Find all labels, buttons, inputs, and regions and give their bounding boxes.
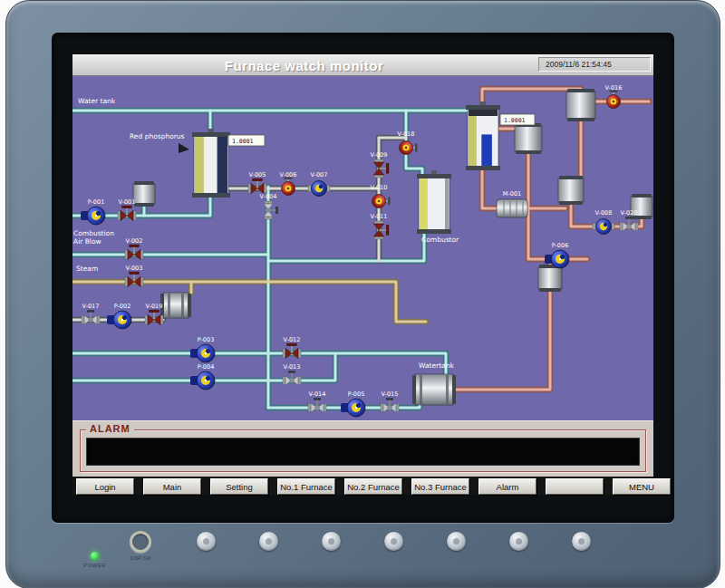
- equipment-label: V-020: [621, 209, 638, 217]
- equipment-label: P-002: [114, 303, 131, 310]
- power-led: [91, 552, 99, 560]
- pipe-salmon: [456, 259, 550, 390]
- equipment-label: V-006: [280, 171, 297, 178]
- pipe-salmon: [482, 89, 581, 107]
- equipment-label: V-013: [284, 363, 301, 371]
- area-label: Water tank: [78, 97, 116, 105]
- pipe-teal: [72, 353, 446, 375]
- equipment-label: V-018: [398, 130, 415, 138]
- vessel-separator-1: [515, 123, 542, 154]
- power-led-label: POWER: [74, 563, 115, 568]
- valve-v-008[interactable]: [593, 219, 614, 235]
- equipment-label: V-002: [126, 237, 143, 245]
- equipment-label: P-001: [88, 198, 105, 206]
- pump-p-003[interactable]: [190, 344, 215, 362]
- process-diagram: M-001P-001P-002P-003P-004P-005P-006V-001…: [72, 76, 653, 420]
- pump-p-002[interactable]: [107, 311, 131, 329]
- area-label: Steam: [76, 265, 98, 273]
- instrument-readout: 1.0001: [500, 114, 535, 125]
- area-label: Red phosphorus: [130, 132, 185, 140]
- vessel-water-tank: [412, 374, 456, 405]
- equipment-label: V-001: [119, 198, 136, 206]
- bezel-button-6[interactable]: [509, 532, 528, 551]
- area-label: Combustor: [421, 236, 459, 244]
- vessel-separator-3: [538, 265, 562, 292]
- equipment-label: V-010: [371, 184, 388, 191]
- area-label: Watertank: [419, 361, 454, 370]
- equipment-label: V-003: [126, 265, 143, 272]
- pipe-teal: [268, 230, 424, 261]
- nav-button-setting[interactable]: Setting: [210, 478, 268, 495]
- equipment-label: V-016: [605, 84, 623, 92]
- equipment-label: V-005: [249, 171, 266, 178]
- nav-button-menu[interactable]: MENU: [613, 478, 671, 495]
- vessel-blower: M-001: [497, 190, 527, 217]
- equipment-label: V-015: [382, 390, 399, 398]
- valve-v-016[interactable]: [607, 91, 621, 109]
- pipe-salmon: [482, 169, 497, 208]
- pump-p-005[interactable]: [341, 399, 365, 417]
- equipment-label: V-011: [371, 213, 388, 220]
- equipment-label: P-006: [552, 242, 569, 249]
- equipment-label: P-005: [348, 390, 365, 398]
- equipment-label: V-008: [595, 209, 613, 217]
- equipment-label: P-004: [198, 363, 215, 371]
- vessel-column-b: [466, 101, 500, 170]
- alarm-message-display: [86, 438, 640, 466]
- bezel-button-2[interactable]: [259, 532, 278, 551]
- bezel-button-7[interactable]: [572, 532, 591, 551]
- equipment-label: V-019: [146, 303, 163, 310]
- equipment-label: V-009: [371, 151, 388, 159]
- vessel-tank-left: [133, 181, 155, 207]
- title-bar: Furnace watch monitor 2009/11/6 21:54:45: [72, 54, 653, 76]
- vessel-vessel-topright: [566, 89, 595, 121]
- svg-text:1.0001: 1.0001: [232, 138, 254, 145]
- valve-v-010[interactable]: [372, 195, 391, 208]
- bezel-button-5[interactable]: [447, 532, 466, 551]
- display-select-label: DISP SW: [120, 555, 161, 561]
- instrument-readout: 1.0001: [228, 135, 265, 146]
- nav-button-main[interactable]: Main: [143, 478, 201, 495]
- area-label: Air Blow: [73, 237, 102, 246]
- display-select-button[interactable]: [130, 531, 151, 553]
- pipe-teal: [268, 230, 424, 261]
- valve-v-007[interactable]: [308, 181, 330, 197]
- equipment-label: M-001: [503, 190, 521, 198]
- vessel-separator-2: [558, 176, 584, 205]
- nav-button-no-3-furnace[interactable]: No.3 Furnace: [411, 478, 469, 495]
- equipment-label: V-017: [82, 303, 100, 310]
- equipment-label: V-012: [284, 336, 301, 343]
- nav-button-no-2-furnace[interactable]: No.2 Furnace: [344, 478, 402, 495]
- red-phosphorus-pointer: [179, 143, 189, 153]
- valve-v-018[interactable]: [400, 141, 418, 155]
- page-title: Furnace watch monitor: [72, 54, 536, 76]
- nav-button-bar: LoginMainSettingNo.1 FurnaceNo.2 Furnace…: [72, 477, 653, 495]
- nav-button-alarm[interactable]: Alarm: [478, 478, 536, 495]
- bezel-button-1[interactable]: [197, 532, 216, 551]
- equipment-label: V-004: [260, 193, 277, 200]
- vessel-combustor: [417, 170, 451, 234]
- nav-button-no-1-furnace[interactable]: No.1 Furnace: [277, 478, 335, 495]
- alarm-frame: ALARM: [80, 429, 646, 472]
- equipment-label: V-007: [311, 171, 328, 178]
- alarm-panel: ALARM: [72, 420, 653, 477]
- alarm-label: ALARM: [86, 423, 134, 434]
- bezel-button-4[interactable]: [384, 532, 403, 551]
- area-label: Combustion: [73, 229, 114, 237]
- vessel-column-a: [192, 129, 230, 198]
- valve-v-006[interactable]: [282, 178, 295, 196]
- pipe-teal: [72, 353, 446, 375]
- svg-text:1.0001: 1.0001: [504, 117, 526, 124]
- pipe-salmon: [456, 259, 550, 390]
- nav-button-blank[interactable]: [546, 478, 604, 495]
- vessel-tank-steam: [160, 293, 191, 318]
- pump-p-001[interactable]: [81, 207, 105, 225]
- timestamp: 2009/11/6 21:54:45: [538, 57, 651, 72]
- bezel-button-3[interactable]: [322, 532, 341, 551]
- nav-button-login[interactable]: Login: [76, 478, 134, 495]
- lcd-screen: Furnace watch monitor 2009/11/6 21:54:45…: [72, 54, 653, 495]
- equipment-label: V-014: [309, 390, 326, 398]
- pump-p-004[interactable]: [190, 371, 215, 390]
- equipment-label: P-003: [198, 336, 215, 343]
